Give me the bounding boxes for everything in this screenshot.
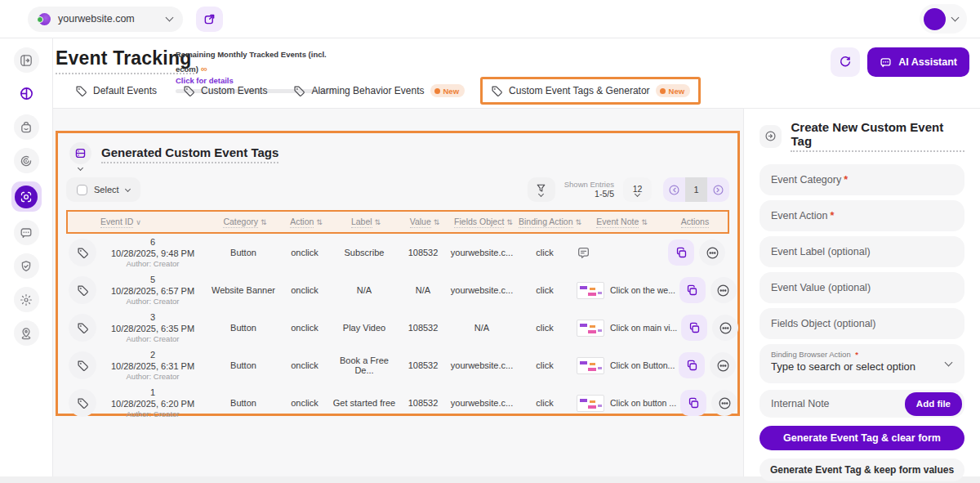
event-note-cell: Click on Button... (572, 357, 675, 374)
more-actions-button[interactable] (710, 277, 737, 303)
user-menu[interactable] (920, 4, 967, 34)
tab[interactable]: Custom Event Tags & Generator New (480, 77, 701, 105)
event-note-cell: Click on main vi... (572, 320, 677, 337)
more-actions-button[interactable] (710, 352, 736, 378)
note-thumbnail[interactable] (577, 320, 604, 337)
tab[interactable]: Default Events (65, 78, 167, 105)
generate-keep-button[interactable]: Generate Event Tag & keep form values (760, 458, 964, 481)
internal-note-input[interactable]: Internal Note Add file (760, 390, 964, 418)
table-area: Generated Custom Event Tags Select (53, 109, 743, 476)
next-page-button[interactable] (707, 177, 729, 202)
column-header-event-id[interactable]: Event ID∨ (100, 217, 208, 228)
binding-action-cell: click (517, 398, 572, 408)
label-cell: N/A (329, 285, 399, 295)
table-row[interactable]: 6 10/28/2025, 9:48 PM Author: Creator Bu… (66, 234, 729, 271)
generate-clear-button[interactable]: Generate Event Tag & clear form (760, 426, 964, 450)
badge-dot-icon (434, 88, 440, 94)
sidebar-item-settings[interactable] (14, 287, 39, 312)
sidebar-item-behavior[interactable] (14, 148, 39, 173)
tab-label: Custom Events (201, 85, 267, 96)
select-dropdown[interactable]: Select (66, 177, 140, 202)
column-header-value[interactable]: Value⇅ (401, 217, 448, 228)
label-cell: Get started free (329, 398, 399, 408)
ai-assistant-button[interactable]: AI Assistant (867, 47, 969, 77)
site-selector[interactable]: yourwebsite.com (28, 7, 183, 32)
new-badge: New (430, 84, 466, 97)
category-cell: Button (207, 248, 280, 257)
shield-check-icon (20, 260, 33, 273)
current-page[interactable]: 1 (685, 177, 707, 202)
sidebar-collapse-icon[interactable] (14, 47, 39, 73)
category-cell: Website Banner (207, 285, 280, 295)
pie-chart-icon (19, 86, 34, 101)
binding-action-cell: click (517, 323, 572, 333)
note-thumbnail[interactable] (577, 357, 604, 374)
event-id-cell: 3 10/28/2025, 6:35 PM Author: Creator (99, 311, 207, 345)
copy-button[interactable] (681, 315, 707, 341)
form-input[interactable]: Event Value (optional) (760, 272, 964, 303)
refresh-button[interactable] (831, 47, 860, 77)
filter-button[interactable] (528, 177, 555, 202)
form-input[interactable]: Event Label (optional) (760, 236, 964, 267)
column-header-label[interactable]: Label⇅ (331, 217, 401, 228)
more-actions-button[interactable] (712, 315, 738, 341)
section-icon-toggle[interactable] (69, 142, 91, 170)
table-row[interactable]: 2 10/28/2025, 6:31 PM Author: Creator Bu… (66, 347, 729, 384)
more-actions-button[interactable] (699, 239, 725, 266)
copy-button[interactable] (679, 352, 705, 378)
copy-button[interactable] (679, 277, 706, 303)
form-input[interactable]: Event Action * (760, 200, 964, 231)
sidebar-item-analytics[interactable] (14, 81, 39, 106)
add-file-button[interactable]: Add file (905, 392, 962, 416)
prev-page-button[interactable] (663, 177, 685, 202)
more-actions-button[interactable] (711, 390, 737, 416)
form-input[interactable]: Event Category * (760, 164, 964, 195)
annotation-box-table: Generated Custom Event Tags Select (56, 131, 740, 416)
avatar (924, 8, 946, 30)
table-row[interactable]: 1 10/28/2025, 6:20 PM Author: Creator Bu… (66, 384, 729, 422)
value-cell: 108532 (399, 398, 447, 408)
copy-button[interactable] (668, 239, 694, 266)
form-input[interactable]: Fields Object (optional) (760, 308, 964, 339)
panel-title: Create New Custom Event Tag (791, 120, 964, 152)
tag-icon (69, 239, 96, 266)
note-text: Click on Button... (610, 360, 675, 370)
select-all-checkbox[interactable] (77, 185, 87, 195)
sidebar-item-orders[interactable] (14, 114, 39, 140)
tab[interactable]: Alarming Behavior Events New (283, 77, 475, 105)
create-tag-panel: Create New Custom Event Tag Event Catego… (743, 109, 980, 476)
event-note-cell (572, 246, 664, 260)
open-site-button[interactable] (196, 7, 223, 32)
sidebar (0, 38, 53, 476)
chevron-down-icon (166, 14, 174, 22)
note-icon (577, 246, 590, 260)
note-thumbnail[interactable] (577, 282, 604, 299)
tag-icon (69, 314, 96, 342)
column-header-event-note[interactable]: Event Note⇅ (581, 217, 662, 228)
column-header-binding-action[interactable]: Binding Action⇅ (519, 217, 581, 228)
page-title: Event Tracking (56, 47, 194, 74)
column-header-category[interactable]: Category⇅ (208, 217, 282, 228)
action-cell: onclick (280, 323, 329, 333)
binding-browser-action-select[interactable]: Binding Browser Action * Type to search … (760, 344, 964, 383)
column-header-fields-object[interactable]: Fields Object⇅ (448, 217, 519, 228)
database-icon (69, 142, 91, 164)
select-label: Select (94, 185, 119, 195)
note-thumbnail[interactable] (577, 395, 604, 412)
copy-button[interactable] (680, 390, 706, 416)
chat-icon (880, 56, 892, 69)
tab-label: Alarming Behavior Events (311, 85, 424, 96)
tag-icon (69, 389, 96, 417)
arrow-left-circle-icon (668, 184, 680, 196)
section-title: Generated Custom Event Tags (101, 145, 278, 163)
sidebar-item-messages[interactable] (14, 220, 39, 245)
page-size-dropdown[interactable]: 12 (623, 177, 652, 202)
table-row[interactable]: 5 10/28/2025, 6:57 PM Author: Creator We… (66, 271, 729, 309)
sidebar-item-locations[interactable] (14, 320, 39, 346)
table-row[interactable]: 3 10/28/2025, 6:35 PM Author: Creator Bu… (66, 309, 729, 347)
tab[interactable]: Custom Events (172, 78, 278, 105)
sidebar-item-event-tracking-active[interactable] (11, 181, 42, 212)
tab-label: Default Events (93, 85, 157, 96)
column-header-action[interactable]: Action⇅ (282, 217, 331, 228)
sidebar-item-security[interactable] (14, 253, 39, 279)
